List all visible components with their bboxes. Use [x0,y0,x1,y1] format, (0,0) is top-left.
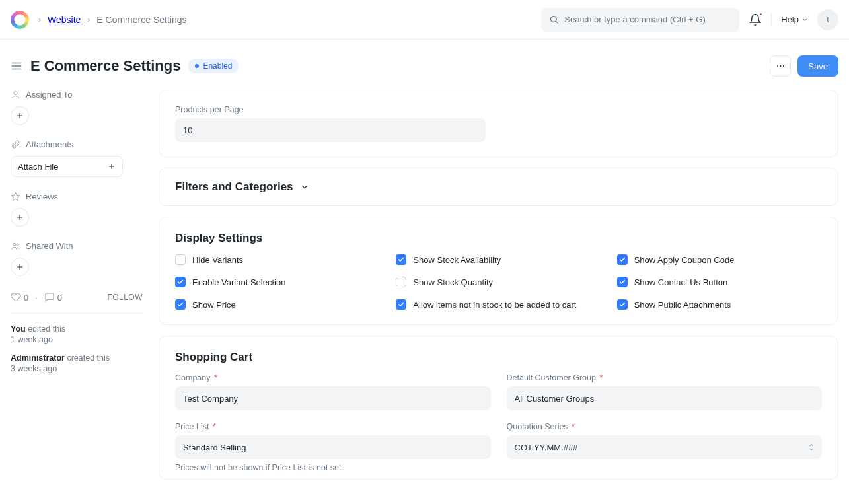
company-input[interactable] [175,386,491,410]
checkbox-option[interactable]: Show Price [175,299,380,310]
status-text: Enabled [203,61,232,71]
checkbox-unchecked-icon [175,254,186,265]
more-actions-button[interactable]: ··· [770,55,791,77]
checkbox-checked-icon [617,254,628,265]
share-add-button[interactable] [11,258,29,276]
checkbox-label: Show Price [192,300,236,310]
assign-add-button[interactable] [11,106,29,125]
chevron-right-icon: › [38,15,41,24]
notification-dot-icon [758,12,763,17]
separator-dot: · [35,293,38,303]
checkbox-option[interactable]: Show Stock Quantity [396,277,601,287]
top-navbar: › Website › E Commerce Settings Search o… [0,0,849,40]
checkbox-label: Show Public Attachments [634,300,731,310]
checkbox-label: Hide Variants [192,255,243,265]
svg-point-5 [14,92,17,95]
checkbox-option[interactable]: Show Apply Coupon Code [617,254,822,265]
context-sidebar: Assigned To Attachments Attach File Revi… [11,90,143,382]
ellipsis-icon: ··· [776,61,785,71]
attach-file-label: Attach File [18,162,58,172]
chevron-down-icon [300,182,309,192]
checkbox-label: Show Apply Coupon Code [634,255,735,265]
assigned-to-label: Assigned To [11,90,143,100]
checkbox-option[interactable]: Hide Variants [175,254,380,265]
price-list-input[interactable] [175,435,491,459]
company-label: Company * [175,373,491,382]
page-title: E Commerce Settings [30,57,180,75]
products-per-page-label: Products per Page [175,105,486,114]
customer-group-input[interactable] [507,386,823,410]
breadcrumb: › Website › E Commerce Settings [38,15,187,25]
sidebar-divider [11,313,143,314]
breadcrumb-item-website[interactable]: Website [48,15,81,25]
reviews-label: Reviews [11,192,143,201]
global-search[interactable]: Search or type a command (Ctrl + G) [541,8,739,32]
engagement-stats: 0 · 0 FOLLOW [11,292,143,303]
search-placeholder: Search or type a command (Ctrl + G) [564,15,706,24]
plus-icon [16,213,24,221]
checkbox-option[interactable]: Enable Variant Selection [175,277,380,287]
svg-point-0 [551,17,557,22]
activity-time: 3 weeks ago [11,364,143,373]
price-list-help: Prices will not be shown if Price List i… [175,463,491,472]
price-list-label: Price List * [175,422,491,431]
paperclip-icon [11,139,20,149]
activity-entry: You edited this [11,324,143,334]
attach-file-button[interactable]: Attach File [11,156,123,177]
reviews-add-button[interactable] [11,208,29,227]
display-settings-title: Display Settings [175,232,822,245]
customer-group-label: Default Customer Group * [507,373,823,382]
page-header: E Commerce Settings Enabled ··· Save [0,40,849,83]
plus-icon [16,112,24,120]
plus-icon [108,162,116,170]
checkbox-label: Show Stock Quantity [413,277,493,287]
quotation-series-label: Quotation Series * [507,422,823,431]
checkbox-checked-icon [175,299,186,310]
save-button[interactable]: Save [797,55,838,77]
main-content: Products per Page Filters and Categories… [159,90,838,490]
likes-button[interactable]: 0 [11,292,28,303]
user-icon [11,90,20,100]
vertical-divider [771,13,772,27]
search-icon [549,15,559,24]
display-settings-checks: Hide VariantsShow Stock AvailabilityShow… [175,254,822,310]
svg-marker-10 [11,192,20,201]
quotation-series-select[interactable] [507,435,823,459]
display-settings-card: Display Settings Hide VariantsShow Stock… [159,217,838,325]
svg-point-13 [13,243,16,246]
sidebar-toggle-button[interactable] [11,60,22,72]
plus-icon [16,263,24,271]
checkbox-option[interactable]: Allow items not in stock to be added to … [396,299,601,310]
shopping-cart-card: Shopping Cart Company * Default Customer… [159,336,838,480]
filters-section-header[interactable]: Filters and Categories [159,168,838,206]
checkbox-unchecked-icon [396,277,406,287]
comments-button[interactable]: 0 [44,292,62,303]
checkbox-option[interactable]: Show Contact Us Button [617,277,822,287]
checkbox-option[interactable]: Show Stock Availability [396,254,601,265]
shared-with-label: Shared With [11,241,143,251]
checkbox-option[interactable]: Show Public Attachments [617,299,822,310]
help-label: Help [781,15,799,24]
user-avatar[interactable]: t [817,9,838,30]
app-logo-icon [11,11,29,29]
follow-button[interactable]: FOLLOW [107,293,143,302]
products-per-page-card: Products per Page [159,90,838,157]
status-badge: Enabled [188,59,239,73]
notifications-button[interactable] [749,13,762,26]
svg-line-1 [556,21,558,23]
chevron-down-icon [801,17,808,23]
heart-icon [11,292,21,303]
breadcrumb-item-current: E Commerce Settings [96,15,186,25]
star-icon [11,192,20,201]
checkbox-checked-icon [175,277,186,287]
activity-log: You edited this 1 week ago Administrator… [11,324,143,373]
checkbox-label: Show Contact Us Button [634,277,728,287]
chevron-right-icon: › [87,15,90,24]
help-menu[interactable]: Help [781,15,808,24]
checkbox-label: Show Stock Availability [413,255,501,265]
products-per-page-input[interactable] [175,118,486,142]
status-dot-icon [195,64,199,68]
hamburger-icon [11,60,22,72]
activity-time: 1 week ago [11,335,143,344]
checkbox-label: Enable Variant Selection [192,277,285,287]
